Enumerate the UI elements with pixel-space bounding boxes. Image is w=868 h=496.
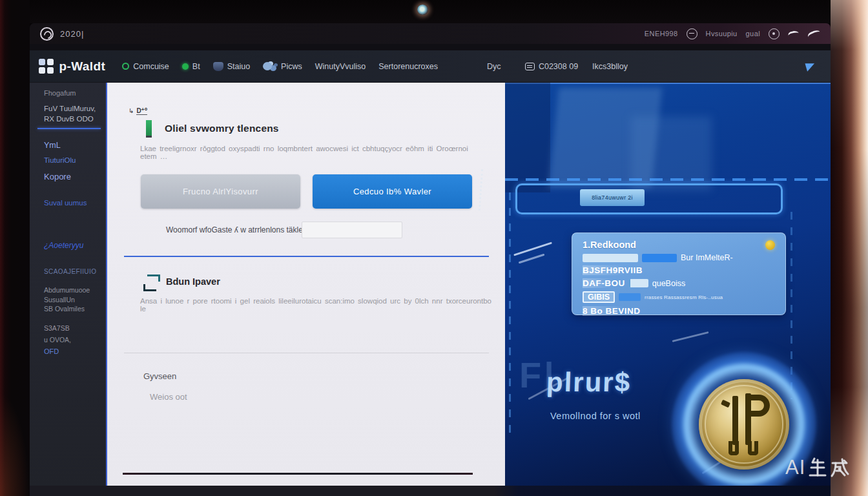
section-divider-gray bbox=[124, 353, 489, 353]
section-divider-blue bbox=[124, 256, 489, 257]
wallet-logo-icon[interactable] bbox=[39, 59, 54, 74]
cloud-burst-icon bbox=[263, 62, 272, 70]
nav-account-badge[interactable]: C02308 09 bbox=[525, 62, 578, 71]
screen-bottom-strip bbox=[30, 486, 831, 496]
promo-outline-box bbox=[515, 183, 783, 214]
wallet-name-input[interactable] bbox=[302, 222, 402, 238]
monitor-photo: 2020| ENEH998 Hvsuupiu gual p-Waldt Comc… bbox=[0, 0, 868, 496]
extension-icon[interactable] bbox=[687, 28, 698, 39]
swoosh-icon[interactable] bbox=[787, 30, 800, 38]
ai-watermark: AI bbox=[785, 456, 849, 479]
card-title: 1.Redkoond bbox=[583, 240, 636, 250]
browser-logo-icon[interactable] bbox=[40, 27, 54, 41]
promo-card: 1.Redkoond Bur ImMelteR- BJSFH9RVIIB DAF… bbox=[572, 232, 786, 315]
dashed-line-vertical-left bbox=[509, 192, 511, 438]
nav-item-history[interactable]: Ikcs3blloy bbox=[592, 62, 628, 71]
nav-label: Bt bbox=[192, 62, 200, 71]
nav-item-picws[interactable]: Picws bbox=[263, 62, 302, 71]
card-bar-light bbox=[583, 254, 638, 262]
card-blue-patch bbox=[619, 293, 641, 301]
breadcrumb-label: D⁺⁰ bbox=[136, 107, 147, 115]
promo-hero-subtitle: Vemollnod for s wotl bbox=[550, 411, 641, 421]
nav-item-sertore[interactable]: Sertorenucroxes bbox=[378, 62, 438, 71]
breadcrumb: ↳ D⁺⁰ bbox=[129, 107, 147, 115]
card-row5-label: 8 Bo BEVIND bbox=[583, 306, 641, 316]
nav-item-bt[interactable]: Bt bbox=[182, 62, 200, 71]
nav-label: C02308 09 bbox=[539, 62, 578, 71]
card-bar-blue bbox=[642, 254, 677, 262]
sidebar-item-7[interactable]: ¿Aoeteryyu bbox=[44, 241, 83, 250]
create-wallet-description: Lkae treeligrnoxr rǒggtod oxyspadti rno … bbox=[140, 145, 479, 160]
sidebar-item-6[interactable]: Suval uumus bbox=[44, 199, 87, 207]
sidebar-item-14[interactable]: OFD bbox=[44, 347, 59, 355]
tab-title: 2020| bbox=[60, 29, 84, 39]
secondary-button[interactable]: Frucno AlrlYisovurr bbox=[141, 174, 300, 209]
sidebar-item-0[interactable]: Fhogafum bbox=[44, 89, 76, 97]
card-row3-label: DAF-BOU bbox=[583, 278, 625, 288]
monitor-left-bezel bbox=[0, 0, 30, 496]
footer-line-2: Weios oot bbox=[150, 392, 187, 402]
sidebar-item-8[interactable]: SCAOAJEFIIUIO bbox=[44, 268, 96, 275]
monitor-right-bezel bbox=[831, 0, 868, 496]
sidebar-item-11[interactable]: SB Ovalmiles bbox=[44, 305, 85, 313]
watermark-prefix: AI bbox=[785, 456, 805, 479]
import-wallet-title: Bdun Ipaver bbox=[166, 276, 220, 287]
nav-item-staiuo[interactable]: Staiuo bbox=[213, 62, 250, 71]
topbar-right-group: ENEH998 Hvsuupiu gual bbox=[645, 28, 820, 39]
hanzi-cheng-glyph bbox=[830, 457, 849, 478]
sidebar-active-divider bbox=[37, 128, 101, 129]
brand-name[interactable]: p-Waldt bbox=[59, 59, 106, 74]
sidebar-item-10[interactable]: SusuallUn bbox=[44, 296, 75, 304]
topbar-label-2: gual bbox=[746, 30, 760, 37]
gem-icon bbox=[213, 62, 223, 71]
send-arrow-icon[interactable] bbox=[805, 61, 816, 71]
card-row2-label: BJSFH9RVIIB bbox=[583, 265, 643, 275]
promo-chip: 8lia74uwuwr 2i bbox=[580, 189, 645, 206]
import-wallet-description: Ansa i lunoe r pore rtoomi i gel reaiols… bbox=[140, 297, 494, 313]
nav-label: Dyc bbox=[487, 62, 501, 71]
nav-item-comcuise[interactable]: Comcuise bbox=[122, 62, 169, 71]
import-bracket-icon bbox=[143, 274, 160, 291]
nav-label: Staiuo bbox=[227, 62, 250, 71]
card-note: rrasses Rassassresm Rls-..usua bbox=[645, 294, 723, 300]
sidebar: Fhogafum FuV TuulMuruv, RX DuvB ODO YmL … bbox=[30, 83, 106, 486]
sidebar-item-13[interactable]: u OVOA, bbox=[44, 336, 71, 344]
card-tag: GIBIS bbox=[583, 291, 615, 303]
card-row3-value: queBoiss bbox=[652, 279, 685, 288]
sidebar-item-4[interactable]: TiuturiOlu bbox=[44, 156, 76, 164]
promo-panel: 8lia74uwuwr 2i 1.Redkoond Bur ImMelteR- … bbox=[505, 83, 831, 486]
primary-button[interactable]: Cedcuo Ib% Wavler bbox=[313, 174, 472, 209]
light-streak bbox=[519, 254, 545, 264]
profile-icon[interactable] bbox=[769, 28, 780, 39]
hanzi-sheng-glyph bbox=[808, 457, 827, 478]
nav-item-dyc[interactable]: Dyc bbox=[487, 62, 501, 71]
nav-right-group: C02308 09 Ikcs3blloy bbox=[525, 62, 628, 71]
nav-label: WinutyVvuliso bbox=[315, 62, 366, 71]
sidebar-item-3[interactable]: YmL bbox=[44, 141, 61, 150]
nav-item-winuty[interactable]: WinutyVvuliso bbox=[315, 62, 366, 71]
nav-label: Comcuise bbox=[133, 62, 169, 71]
sidebar-item-2[interactable]: RX DuvB ODO bbox=[44, 115, 94, 123]
coin-symbol bbox=[699, 379, 789, 470]
monitor-top-bezel bbox=[0, 0, 868, 23]
sidebar-item-9[interactable]: Abdumumuooe bbox=[44, 286, 90, 294]
screen: 2020| ENEH998 Hvsuupiu gual p-Waldt Comc… bbox=[30, 23, 831, 486]
sidebar-item-5[interactable]: Kopore bbox=[44, 172, 71, 181]
topbar-status-text: ENEH998 bbox=[645, 30, 678, 37]
main-content: ↳ D⁺⁰ Oliel svwomry tlencens Lkae treeli… bbox=[106, 83, 505, 486]
browser-topbar: 2020| ENEH998 Hvsuupiu gual bbox=[30, 23, 831, 44]
bg-shape bbox=[505, 83, 550, 192]
app-body: Fhogafum FuV TuulMuruv, RX DuvB ODO YmL … bbox=[30, 83, 831, 486]
chrome-divider bbox=[30, 44, 831, 50]
nav-label: Sertorenucroxes bbox=[378, 62, 438, 71]
section-accent-bar bbox=[146, 120, 152, 138]
topbar-label-1: Hvsuupiu bbox=[706, 30, 738, 37]
sidebar-item-1[interactable]: FuV TuulMuruv, bbox=[44, 105, 96, 112]
swoosh-icon-2[interactable] bbox=[807, 28, 821, 39]
create-wallet-title: Oliel svwomry tlencens bbox=[165, 123, 279, 134]
nav-items: Comcuise Bt Staiuo Picws WinutyVvuliso bbox=[122, 62, 501, 71]
nav-label: Picws bbox=[281, 62, 302, 71]
card-row1-label: Bur ImMelteR- bbox=[681, 253, 733, 262]
card-badge-icon bbox=[525, 63, 535, 70]
sidebar-item-12[interactable]: S3A7SB bbox=[44, 324, 70, 332]
